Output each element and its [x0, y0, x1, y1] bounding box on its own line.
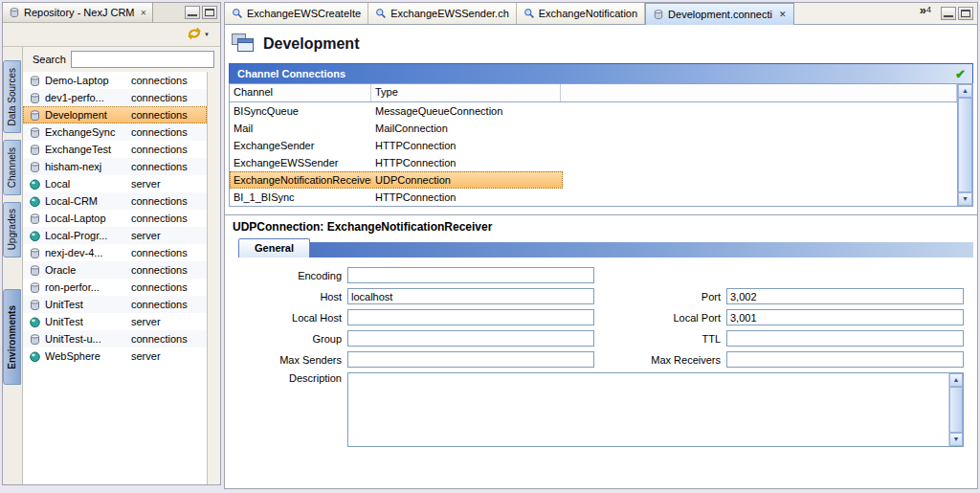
connections-icon — [29, 299, 41, 311]
scroll-down-button[interactable]: ▼ — [949, 433, 963, 446]
list-item[interactable]: WebSphereserver — [23, 347, 207, 365]
repository-view-tab[interactable]: Repository - NexJ CRM ✕ — [3, 3, 153, 22]
editor-tab-exchangeewscreateite[interactable]: ExchangeEWSCreateIte — [225, 3, 368, 24]
list-item[interactable]: ExchangeTestconnections — [23, 141, 207, 158]
view-close-icon[interactable]: ✕ — [141, 9, 147, 17]
table-row[interactable]: ExchangeSenderHTTPConnection — [230, 137, 957, 154]
view-toolbar: ▼ — [3, 23, 220, 47]
list-item[interactable]: UnitTestserver — [23, 313, 207, 330]
form-row: Encoding — [229, 267, 973, 283]
column-header-channel: Channel — [230, 84, 371, 101]
channel-file-icon — [523, 8, 535, 19]
sync-button[interactable]: ▼ — [186, 25, 211, 44]
view-title: Repository - NexJ CRM — [24, 7, 135, 18]
form-row: Local Host Local Port — [229, 309, 973, 325]
list-item[interactable]: hisham-nexjconnections — [23, 158, 207, 175]
encoding-field[interactable] — [347, 267, 594, 283]
server-icon — [29, 316, 41, 328]
port-field[interactable] — [726, 288, 964, 304]
channel-file-icon — [375, 8, 387, 19]
search-row: Search — [23, 47, 220, 72]
ttl-field[interactable] — [726, 330, 964, 347]
editor-body: Development Channel Connections ✔ Channe… — [225, 25, 977, 488]
max-receivers-label: Max Receivers — [612, 354, 726, 366]
group-field[interactable] — [347, 330, 594, 347]
scroll-up-button[interactable]: ▲ — [958, 84, 972, 98]
channel-connections-header: Channel Connections ✔ — [229, 63, 973, 83]
sidebar-tab-environments[interactable]: Environments — [3, 289, 21, 385]
sidebar-tab-upgrades[interactable]: Upgrades — [3, 202, 21, 258]
scroll-down-button[interactable]: ▼ — [958, 192, 972, 206]
list-item[interactable]: Demo-Laptopconnections — [23, 72, 207, 89]
sync-dropdown-arrow-icon[interactable]: ▼ — [204, 32, 210, 37]
connections-icon — [29, 126, 41, 139]
tab-close-icon[interactable]: ✕ — [779, 10, 787, 19]
sidebar-tab-channels[interactable]: Channels — [3, 140, 21, 195]
scroll-track[interactable] — [958, 98, 972, 192]
search-label: Search — [33, 54, 66, 65]
editor-area: ExchangeEWSCreateIte ExchangeEWSSender.c… — [224, 2, 978, 489]
scroll-thumb[interactable] — [949, 387, 963, 433]
description-scrollbar[interactable]: ▲ ▼ — [948, 373, 963, 446]
editor-maximize-button[interactable] — [958, 7, 973, 20]
list-item[interactable]: ron-perfor...connections — [23, 279, 207, 296]
tab-gradient-strip — [310, 242, 973, 258]
max-senders-field[interactable] — [347, 351, 594, 368]
list-wrap: Demo-Laptopconnections dev1-perfo...conn… — [23, 72, 220, 484]
host-field[interactable] — [347, 288, 594, 304]
list-item[interactable]: ExchangeSyncconnections — [23, 123, 207, 141]
local-host-label: Local Host — [229, 312, 347, 324]
editor-tab-development-connections[interactable]: Development.connecti ✕ — [645, 3, 793, 25]
local-host-field[interactable] — [347, 309, 594, 325]
view-maximize-button[interactable] — [202, 6, 217, 19]
list-item[interactable]: Localserver — [23, 175, 207, 192]
detail-tabrow: General — [229, 237, 973, 258]
form-row: Host Port — [229, 288, 973, 304]
workbench: Repository - NexJ CRM ✕ ▼ Data Sources C… — [0, 0, 980, 493]
sidebar-tab-data-sources[interactable]: Data Sources — [3, 60, 21, 133]
list-item[interactable]: UnitTestconnections — [23, 296, 207, 313]
list-scrollbar[interactable] — [207, 72, 220, 484]
editor-tab-exchangenotification[interactable]: ExchangeNotification — [517, 3, 645, 24]
host-label: Host — [229, 291, 347, 303]
editor-minimize-button[interactable] — [941, 7, 956, 20]
view-minimize-button[interactable] — [185, 6, 200, 19]
scroll-thumb[interactable] — [958, 98, 972, 192]
encoding-label: Encoding — [229, 270, 347, 281]
connections-icon — [29, 264, 41, 277]
table-row[interactable]: BI_1_BISyncHTTPConnection — [230, 189, 957, 206]
local-port-field[interactable] — [726, 309, 964, 325]
server-icon — [29, 230, 41, 242]
connections-icon — [29, 92, 41, 104]
scroll-up-button[interactable]: ▲ — [949, 373, 963, 387]
channel-file-icon — [232, 8, 243, 19]
table-row[interactable]: ExchangeEWSSenderHTTPConnection — [230, 154, 957, 171]
max-receivers-field[interactable] — [726, 351, 964, 368]
tab-general[interactable]: General — [238, 238, 310, 258]
search-input[interactable] — [71, 51, 214, 68]
tab-overflow-chevron[interactable]: » 4 — [920, 3, 933, 24]
table-row[interactable]: BISyncQueueMessageQueueConnection — [230, 102, 957, 120]
server-icon — [29, 195, 41, 208]
list-item[interactable]: Local-Progr...server — [23, 227, 207, 244]
description-textarea[interactable]: ▲ ▼ — [347, 372, 964, 447]
scroll-track[interactable] — [949, 387, 963, 433]
list-item-selected[interactable]: Developmentconnections — [23, 106, 207, 123]
view-body: Data Sources Channels Upgrades Environme… — [3, 47, 220, 484]
list-item[interactable]: dev1-perfo...connections — [23, 89, 207, 106]
list-item[interactable]: Local-Laptopconnections — [23, 210, 207, 227]
table-row[interactable]: MailMailConnection — [230, 120, 957, 137]
connections-icon — [29, 333, 41, 346]
list-item[interactable]: Oracleconnections — [23, 261, 207, 279]
connections-icon — [29, 109, 41, 122]
category-tabs: Data Sources Channels Upgrades Environme… — [3, 47, 22, 484]
list-item[interactable]: UnitTest-u...connections — [23, 330, 207, 347]
list-item[interactable]: Local-CRMconnections — [23, 192, 207, 210]
channel-table-inner: Channel Type BISyncQueueMessageQueueConn… — [230, 84, 957, 206]
list-item[interactable]: nexj-dev-4...connections — [23, 244, 207, 261]
max-senders-label: Max Senders — [229, 354, 347, 366]
table-row-selected[interactable]: ExchangeNotificationReceiverUDPConnectio… — [230, 171, 957, 189]
editor-tab-exchangeewssender[interactable]: ExchangeEWSSender.ch — [368, 3, 517, 24]
editor-tabbar: ExchangeEWSCreateIte ExchangeEWSSender.c… — [225, 3, 977, 25]
table-scrollbar[interactable]: ▲ ▼ — [957, 84, 972, 206]
